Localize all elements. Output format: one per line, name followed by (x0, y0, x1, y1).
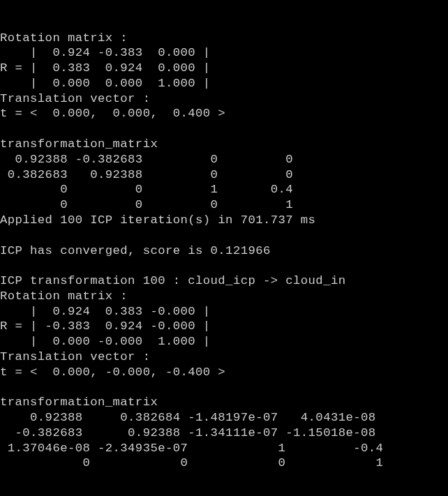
line: ICP transformation 100 : cloud_icp -> cl… (0, 274, 345, 287)
line: 0.92388 -0.382683 0 0 (0, 153, 293, 166)
line: | 0.924 0.383 -0.000 | (0, 305, 211, 318)
line: | 0.924 -0.383 0.000 | (0, 46, 211, 59)
line: 0.382683 0.92388 0 0 (0, 168, 293, 181)
line: R = | -0.383 0.924 -0.000 | (0, 320, 211, 333)
line: 0 0 0 1 (0, 198, 293, 211)
line: ICP has converged, score is 0.121966 (0, 244, 271, 257)
line: transformation_matrix (0, 396, 158, 409)
line: t = < 0.000, -0.000, -0.400 > (0, 366, 225, 379)
line: transformation_matrix (0, 137, 158, 151)
line: -0.382683 0.92388 -1.34111e-07 -1.15018e… (0, 426, 376, 439)
line: | 0.000 0.000 1.000 | (0, 77, 211, 90)
line: Applied 100 ICP iteration(s) in 701.737 … (0, 213, 315, 227)
line: 0.92388 0.382684 -1.48197e-07 4.0431e-08 (0, 411, 376, 424)
line: Rotation matrix : (0, 31, 128, 45)
line: 1.37046e-08 -2.34935e-07 1 -0.4 (0, 442, 383, 455)
line: Translation vector : (0, 92, 150, 105)
terminal-output: Rotation matrix : | 0.924 -0.383 0.000 |… (0, 31, 448, 496)
line: t = < 0.000, 0.000, 0.400 > (0, 107, 225, 120)
line: Rotation matrix : (0, 290, 128, 303)
line: Translation vector : (0, 350, 150, 363)
line: R = | 0.383 0.924 0.000 | (0, 61, 211, 75)
line: 0 0 1 0.4 (0, 183, 293, 196)
line: 0 0 0 1 (0, 456, 383, 469)
line: | 0.000 -0.000 1.000 | (0, 335, 211, 348)
